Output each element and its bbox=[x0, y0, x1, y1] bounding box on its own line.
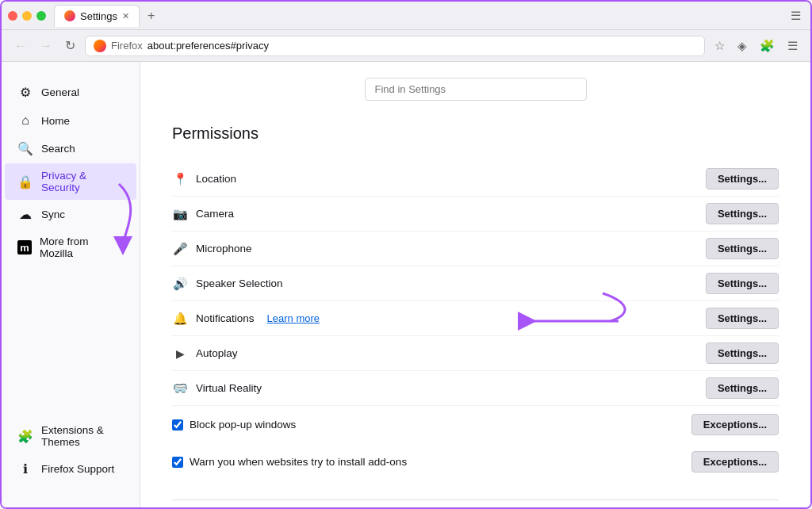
back-button[interactable]: ← bbox=[11, 36, 30, 56]
tab-label: Settings bbox=[80, 10, 117, 22]
camera-icon: 📷 bbox=[172, 207, 188, 221]
sidebar-item-mozilla[interactable]: m More from Mozilla bbox=[5, 229, 136, 266]
speaker-icon: 🔊 bbox=[172, 277, 188, 291]
checkbox-row-popup: Block pop-up windows Exceptions... bbox=[172, 406, 779, 443]
sidebar-bottom: 🧩 Extensions & Themes ℹ Firefox Support bbox=[2, 417, 140, 492]
location-settings-button[interactable]: Settings... bbox=[706, 168, 779, 189]
tab-close-icon[interactable]: ✕ bbox=[122, 11, 129, 21]
sidebar-item-label: Extensions & Themes bbox=[41, 424, 124, 448]
permission-text-speaker: Speaker Selection bbox=[196, 277, 283, 289]
autoplay-icon: ▶ bbox=[172, 347, 188, 360]
tab-bar: Settings ✕ + bbox=[54, 5, 783, 27]
sidebar-nav: ⚙ General ⌂ Home 🔍 Search 🔒 Privacy & Se… bbox=[2, 78, 140, 266]
maximize-window-button[interactable] bbox=[36, 11, 46, 21]
browser-frame: Settings ✕ + ☰ ← → ↻ Firefox about:prefe… bbox=[0, 0, 812, 509]
permission-label-vr: 🥽 Virtual Reality bbox=[172, 381, 262, 396]
location-icon: 📍 bbox=[172, 172, 188, 186]
popup-checkbox-label: Block pop-up windows bbox=[172, 419, 296, 431]
hamburger-menu-icon[interactable]: ☰ bbox=[784, 37, 801, 55]
close-window-button[interactable] bbox=[8, 11, 17, 21]
list-menu-icon[interactable]: ☰ bbox=[787, 7, 804, 25]
notifications-learn-more-link[interactable]: Learn more bbox=[267, 312, 320, 324]
sidebar-item-support[interactable]: ℹ Firefox Support bbox=[5, 455, 136, 483]
sidebar-item-label: Home bbox=[41, 115, 70, 127]
popup-exceptions-button[interactable]: Exceptions... bbox=[691, 414, 779, 435]
main-content: Permissions 📍 Location Settings... 📷 Cam… bbox=[140, 62, 810, 507]
vr-icon: 🥽 bbox=[172, 381, 188, 396]
permission-row-vr: 🥽 Virtual Reality Settings... bbox=[172, 371, 779, 406]
permission-label-microphone: 🎤 Microphone bbox=[172, 242, 252, 256]
sidebar: ⚙ General ⌂ Home 🔍 Search 🔒 Privacy & Se… bbox=[2, 62, 140, 507]
address-url: about:preferences#privacy bbox=[147, 40, 269, 52]
sidebar-item-label: More from Mozilla bbox=[40, 235, 124, 259]
section-divider bbox=[172, 499, 779, 500]
home-icon: ⌂ bbox=[17, 113, 33, 128]
vr-settings-button[interactable]: Settings... bbox=[706, 377, 779, 399]
addons-checkbox-text: Warn you when websites try to install ad… bbox=[190, 456, 407, 468]
permission-label-camera: 📷 Camera bbox=[172, 207, 234, 221]
microphone-settings-button[interactable]: Settings... bbox=[706, 238, 779, 259]
speaker-settings-button[interactable]: Settings... bbox=[706, 273, 779, 294]
firefox-icon bbox=[94, 40, 106, 52]
addons-checkbox[interactable] bbox=[172, 457, 183, 468]
sidebar-item-label: Sync bbox=[41, 209, 65, 220]
popup-checkbox[interactable] bbox=[172, 419, 183, 431]
window-controls bbox=[8, 11, 46, 21]
permission-row-autoplay: ▶ Autoplay Settings... bbox=[172, 336, 779, 371]
notifications-icon: 🔔 bbox=[172, 312, 188, 326]
forward-button[interactable]: → bbox=[36, 36, 56, 56]
lock-icon: 🔒 bbox=[17, 174, 33, 189]
refresh-button[interactable]: ↻ bbox=[62, 35, 79, 56]
sidebar-item-general[interactable]: ⚙ General bbox=[5, 78, 136, 106]
permission-label-speaker: 🔊 Speaker Selection bbox=[172, 277, 283, 291]
permission-text-vr: Virtual Reality bbox=[196, 382, 262, 394]
titlebar: Settings ✕ + ☰ bbox=[2, 2, 810, 30]
sidebar-item-label: Firefox Support bbox=[41, 463, 114, 475]
extensions-themes-icon: 🧩 bbox=[17, 429, 33, 444]
minimize-window-button[interactable] bbox=[22, 11, 32, 21]
permission-row-notifications: 🔔 Notifications Learn more Settings... bbox=[172, 301, 779, 336]
pocket-icon[interactable]: ◈ bbox=[734, 37, 750, 55]
permission-text-camera: Camera bbox=[196, 208, 234, 220]
address-bar[interactable]: Firefox about:preferences#privacy bbox=[85, 36, 705, 56]
popup-checkbox-text: Block pop-up windows bbox=[190, 419, 296, 431]
address-prefix: Firefox bbox=[111, 40, 143, 52]
sidebar-item-label: General bbox=[41, 86, 79, 98]
permission-row-microphone: 🎤 Microphone Settings... bbox=[172, 232, 779, 266]
permission-text-location: Location bbox=[196, 173, 236, 185]
addons-exceptions-button[interactable]: Exceptions... bbox=[691, 451, 779, 473]
bookmark-star-icon[interactable]: ☆ bbox=[711, 37, 728, 55]
checkbox-row-addons: Warn you when websites try to install ad… bbox=[172, 443, 779, 480]
autoplay-settings-button[interactable]: Settings... bbox=[706, 343, 779, 364]
extensions-icon[interactable]: 🧩 bbox=[756, 37, 778, 55]
permission-text-notifications: Notifications bbox=[196, 312, 255, 324]
permission-row-camera: 📷 Camera Settings... bbox=[172, 197, 779, 232]
search-bar-container bbox=[172, 62, 779, 124]
microphone-icon: 🎤 bbox=[172, 242, 188, 256]
sidebar-item-search[interactable]: 🔍 Search bbox=[5, 135, 136, 163]
sidebar-item-label: Privacy & Security bbox=[41, 170, 124, 193]
camera-settings-button[interactable]: Settings... bbox=[706, 203, 779, 224]
titlebar-icons: ☰ bbox=[787, 7, 804, 25]
active-tab[interactable]: Settings ✕ bbox=[54, 5, 140, 27]
support-icon: ℹ bbox=[17, 461, 33, 476]
sidebar-item-label: Search bbox=[41, 143, 75, 155]
permission-label-location: 📍 Location bbox=[172, 172, 236, 186]
permissions-title: Permissions bbox=[172, 124, 779, 149]
sidebar-item-home[interactable]: ⌂ Home bbox=[5, 107, 136, 134]
mozilla-icon: m bbox=[17, 240, 32, 254]
permission-text-autoplay: Autoplay bbox=[196, 347, 238, 359]
permission-row-speaker: 🔊 Speaker Selection Settings... bbox=[172, 266, 779, 301]
new-tab-button[interactable]: + bbox=[143, 7, 159, 25]
sidebar-item-extensions[interactable]: 🧩 Extensions & Themes bbox=[5, 418, 136, 454]
permission-label-autoplay: ▶ Autoplay bbox=[172, 347, 238, 360]
notifications-settings-button[interactable]: Settings... bbox=[706, 308, 779, 329]
page-body: ⚙ General ⌂ Home 🔍 Search 🔒 Privacy & Se… bbox=[2, 62, 810, 507]
navigation-toolbar: ← → ↻ Firefox about:preferences#privacy … bbox=[2, 30, 810, 62]
permission-label-notifications: 🔔 Notifications Learn more bbox=[172, 312, 320, 326]
sidebar-item-sync[interactable]: ☁ Sync bbox=[5, 201, 136, 228]
find-in-settings-input[interactable] bbox=[365, 78, 587, 101]
permission-row-location: 📍 Location Settings... bbox=[172, 162, 779, 197]
search-icon: 🔍 bbox=[17, 141, 33, 156]
sidebar-item-privacy[interactable]: 🔒 Privacy & Security bbox=[5, 163, 136, 200]
